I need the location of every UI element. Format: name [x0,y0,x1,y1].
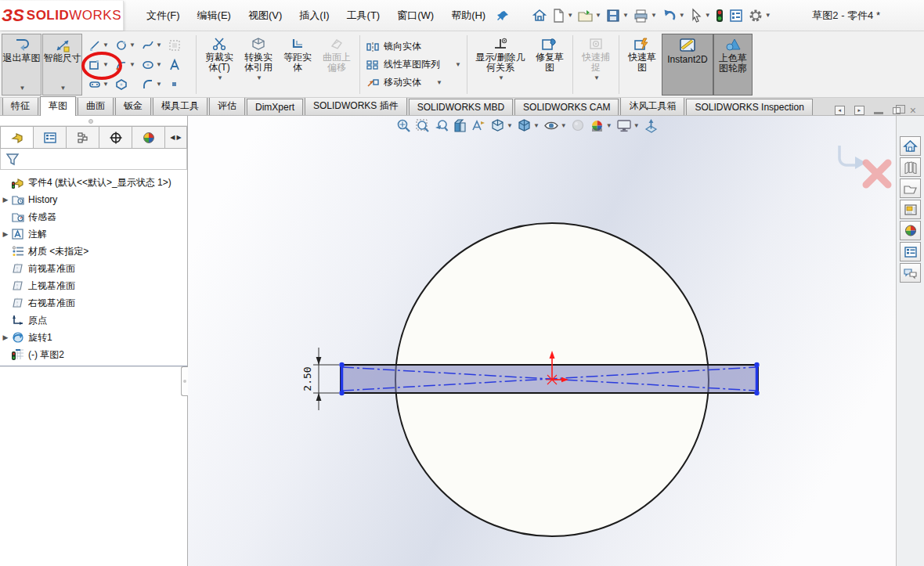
arc-tool[interactable]: ▼ [113,55,139,74]
tab-surfaces[interactable]: 曲面 [78,96,114,115]
dropdown-caret[interactable]: ▼ [705,12,711,19]
cancel-sketch-icon[interactable] [866,163,888,185]
open-document-icon[interactable]: ▼ [576,6,603,25]
circle-tool[interactable]: ▼ [113,35,139,55]
restore-window-icon[interactable] [893,107,901,114]
tab-evaluate[interactable]: 评估 [209,96,245,115]
expand-arrow-icon[interactable]: ▶ [0,333,11,341]
display-manager-icon[interactable] [132,126,165,149]
tree-item-sensors[interactable]: 传感器 [0,208,187,225]
tree-item-top-plane[interactable]: 上视基准面 [0,277,187,294]
collapse-right-pane-icon[interactable]: ▸ [854,106,864,115]
repair-sketch-button[interactable]: 修复草图 [530,34,569,96]
tree-item-revolve1[interactable]: ▶ 旋转1 [0,329,187,346]
dimension-2-50[interactable]: 2.50 [301,348,339,410]
zoom-to-area-icon[interactable] [415,118,430,133]
menu-file[interactable]: 文件(F) [138,5,189,27]
close-window-icon[interactable]: × [910,106,916,114]
rectangle-tool[interactable]: ▼ [86,55,113,74]
tree-item-right-plane[interactable]: 右视基准面 [0,294,187,312]
tab-sketch[interactable]: 草图 [40,96,76,116]
dropdown-caret[interactable]: ▼ [606,122,612,129]
tab-addins[interactable]: SOLIDWORKS 插件 [305,96,407,115]
dropdown-caret[interactable]: ▼ [20,83,26,93]
dropdown-caret[interactable]: ▼ [156,41,162,49]
exit-sketch-icon[interactable] [839,146,866,169]
options-list-icon[interactable] [727,6,745,25]
tree-item-sketch2[interactable]: (-) 草图2 [0,346,187,363]
ellipse-tool[interactable]: ▼ [139,55,166,74]
fillet-tool[interactable]: ▼ [139,74,166,94]
sketch-vertex[interactable] [754,362,759,367]
dropdown-caret[interactable]: ▼ [651,12,657,19]
tab-dimxpert[interactable]: DimXpert [247,99,303,115]
zoom-to-fit-icon[interactable] [396,118,411,133]
dropdown-caret[interactable]: ▼ [765,12,771,19]
sketch-vertex[interactable] [339,362,344,367]
dropdown-caret[interactable]: ▼ [623,12,629,19]
spline-tool[interactable]: ▼ [139,35,166,55]
tree-item-material[interactable]: 材质 <未指定> [0,243,187,260]
dropdown-caret[interactable]: ▼ [129,61,135,68]
panel-splitter-handle[interactable] [88,119,93,124]
view-palette-icon[interactable] [900,200,921,219]
panel-collapse-handle[interactable] [181,366,188,396]
menu-tools[interactable]: 工具(T) [338,5,389,27]
hide-show-items-icon[interactable]: ▼ [543,118,567,133]
forum-icon[interactable] [900,263,921,283]
dropdown-caret[interactable]: ▼ [156,61,162,68]
mirror-entities-button[interactable]: 镜向实体 [363,39,464,54]
tree-item-annotations[interactable]: ▶ 注解 [0,225,187,243]
features-manager-icon[interactable] [0,126,34,149]
rapid-sketch-button[interactable]: 快速草图 [623,34,662,96]
dropdown-caret[interactable]: ▼ [217,73,223,83]
sketch-vertex[interactable] [754,391,759,395]
move-entities-button[interactable]: 移动实体 ▼ [363,75,464,90]
view-settings-icon[interactable]: ▼ [616,118,640,133]
exit-sketch-button[interactable]: 退出草图 ▼ [2,34,42,96]
polygon-tool[interactable] [113,74,139,94]
performance-icon[interactable] [713,6,726,25]
dropdown-caret[interactable]: ▼ [633,122,640,129]
dimxpert-manager-icon[interactable] [99,126,132,149]
instant2d-button[interactable]: Instant2D [662,34,713,96]
print-icon[interactable]: ▼ [631,6,659,25]
dropdown-caret[interactable]: ▼ [129,41,135,49]
tab-mufeng-toolbox[interactable]: 沐风工具箱 [620,96,684,115]
tree-filter[interactable] [0,149,187,170]
tree-item-origin[interactable]: 原点 [0,312,187,329]
tree-item-front-plane[interactable]: 前视基准面 [0,260,187,277]
save-icon[interactable]: ▼ [604,6,630,25]
dropdown-caret[interactable]: ▼ [533,122,540,129]
configuration-manager-icon[interactable] [67,126,99,149]
pin-menu-icon[interactable] [497,9,510,22]
menu-window[interactable]: 窗口(W) [388,5,442,27]
dropdown-caret[interactable]: ▼ [567,12,573,19]
expand-arrow-icon[interactable]: ▶ [0,230,11,238]
linear-pattern-button[interactable]: 线性草图阵列 ▼ [363,57,464,72]
tree-item-history[interactable]: ▶ History [0,191,187,208]
dropdown-caret[interactable]: ▼ [507,122,513,129]
menu-edit[interactable]: 编辑(E) [189,5,240,27]
dropdown-caret[interactable]: ▼ [498,73,504,83]
3d-drawing-view-icon[interactable] [644,118,659,133]
dropdown-caret[interactable]: ▼ [455,61,461,68]
line-tool[interactable]: ▼ [86,35,113,55]
point-tool[interactable] [166,74,193,94]
expand-arrow-icon[interactable]: ▶ [0,196,11,204]
tab-mbd[interactable]: SOLIDWORKS MBD [409,99,513,115]
select-cursor-icon[interactable]: ▼ [688,6,713,25]
graphics-viewport[interactable]: 2.50 [188,116,896,566]
section-view-icon[interactable] [453,118,467,133]
tab-features[interactable]: 特征 [2,96,38,115]
dropdown-caret[interactable]: ▼ [103,81,109,88]
display-style-icon[interactable]: ▼ [517,118,540,133]
convert-entities-button[interactable]: 转换实体引用 ▼ [239,34,278,96]
dropdown-caret[interactable]: ▼ [103,41,109,49]
home-icon[interactable] [900,136,921,156]
display-delete-relations-button[interactable]: 显示/删除几何关系 ▼ [471,34,530,96]
home-icon[interactable] [530,6,549,25]
trim-entities-button[interactable]: 剪裁实体(T) ▼ [200,34,239,96]
undo-icon[interactable]: ▼ [659,6,687,25]
dropdown-caret[interactable]: ▼ [60,83,67,93]
